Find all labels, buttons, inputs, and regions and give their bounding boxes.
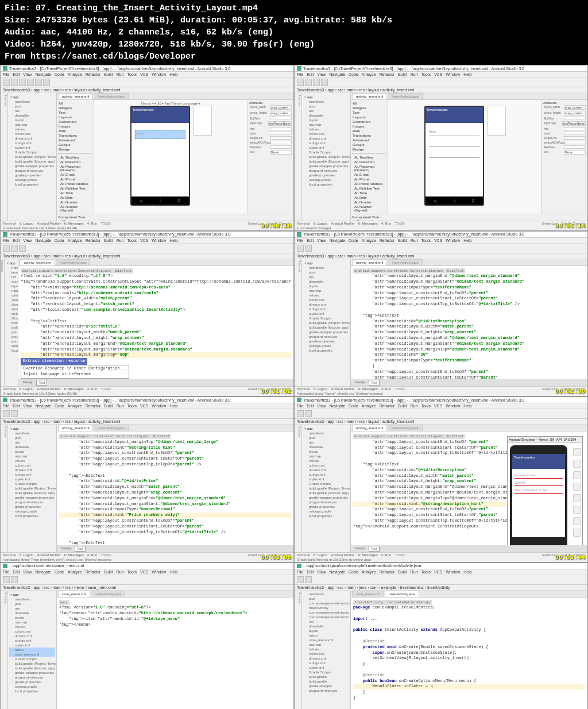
app-icon: [3, 66, 7, 71]
pane-5: Travelmantics3 - [C:\TravelProject\Trave…: [0, 396, 294, 562]
attributes-panel[interactable]: Attributeslayout_widthwrap_contentlayout…: [247, 100, 293, 214]
toolbar[interactable]: [1, 78, 293, 87]
file-info-header: File: 07. Creating_the_Insert_Activity_L…: [0, 0, 588, 65]
component-tree[interactable]: Component Tree ConstraintLayout Ab editT…: [57, 214, 293, 221]
project-tree[interactable]: appmanifestsjavaresdrawablelayoutmipmapv…: [8, 93, 57, 221]
pane-4: Travelmantics3 - [C:\TravelProject\Trave…: [294, 231, 588, 397]
window-titlebar: Travelmantics3 - [C:\TravelProject\Trave…: [1, 65, 293, 72]
design-preview[interactable]: Nexus 4 ▾ 26 ▾ AppTheme Language ▾ Trave…: [94, 100, 247, 214]
pane-6: Travelmantics3 - [C:\TravelProject\Trave…: [294, 396, 588, 562]
screenshot-grid: Travelmantics3 - [C:\TravelProject\Trave…: [0, 65, 588, 709]
widget-palette[interactable]: AllWidgetsTextLayoutsContainersImagesDat…: [57, 100, 94, 214]
android-emulator[interactable]: Android Emulator - Nexus_5X_API_24:5554 …: [507, 436, 583, 545]
bottom-toolbar[interactable]: Terminal6: LogcatAndroid Profiler0: Mess…: [1, 221, 293, 226]
timestamp: 00:00:18: [261, 222, 291, 229]
editor-tabs[interactable]: activity_insert.xmlInsertActivity.java: [57, 93, 293, 100]
pane-2: Travelmantics3 - [C:\TravelProject\Trave…: [294, 65, 588, 231]
code-editor[interactable]: android.support.constraint.ConstraintLay…: [18, 266, 293, 380]
emulator-controls[interactable]: [573, 448, 581, 537]
pane-3: Travelmantics3 - [C:\TravelProject\Trave…: [0, 231, 294, 397]
pane-1: Travelmantics3 - [C:\TravelProject\Trave…: [0, 65, 294, 231]
emulator-device[interactable]: Travelmantics Fantastic Cruise 1200.00 T…: [510, 445, 567, 545]
blueprint-view: [194, 106, 212, 136]
phone-preview: Travelmantics Name ◁○□: [130, 106, 190, 206]
pane-8: ...\app\src\main\java\com\example\travel…: [294, 562, 588, 710]
side-strip[interactable]: Structure: [1, 93, 8, 221]
menubar[interactable]: FileEditViewNavigateCodeAnalyzeRefactorB…: [1, 72, 293, 78]
breadcrumb[interactable]: Travelmantics3 › app › src › main › res …: [1, 87, 293, 93]
intention-popup[interactable]: Extract dimension resource: [21, 358, 87, 365]
pane-7: ...\app\src\main\res\menu\save_menu.xml …: [0, 562, 294, 710]
